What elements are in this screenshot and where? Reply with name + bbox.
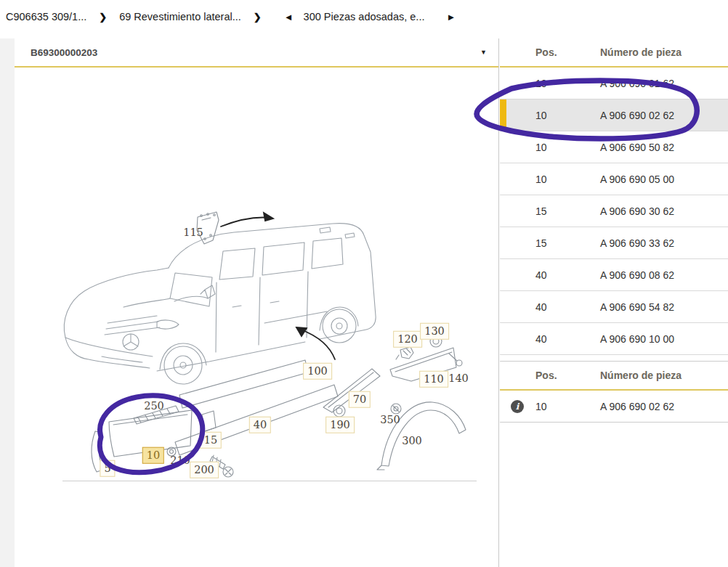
- previous-page-arrow-icon[interactable]: ◄: [284, 12, 294, 23]
- diagram-callout-40[interactable]: 40: [249, 417, 271, 433]
- selected-part-table-body: i10A 906 690 02 62: [500, 391, 728, 423]
- pos-column-header: Pos.: [535, 46, 600, 58]
- table-row[interactable]: 15A 906 690 33 62: [500, 227, 728, 259]
- part-position: 10: [535, 78, 600, 89]
- chevron-down-icon[interactable]: ▼: [480, 49, 487, 56]
- part-number: A 906 690 08 62: [600, 269, 720, 281]
- diagram-callout-10[interactable]: 10: [142, 447, 164, 464]
- diagram-panel: B69300000203 ▼: [15, 38, 498, 567]
- part-position: 40: [535, 301, 600, 313]
- breadcrumb-item-subgroup[interactable]: 300 Piezas adosadas, e...: [304, 11, 425, 23]
- part-position: 10: [535, 174, 600, 185]
- diagram-callout-70[interactable]: 70: [349, 391, 371, 408]
- part-number: A 906 690 50 82: [600, 142, 720, 153]
- diagram-callout-350[interactable]: 350: [376, 412, 404, 428]
- table-row[interactable]: 40A 906 690 54 82: [500, 291, 728, 323]
- part-position: 15: [535, 237, 600, 249]
- part-number-column-header: Número de pieza: [600, 46, 720, 58]
- part-number: A 906 690 33 62: [600, 237, 720, 249]
- table-row[interactable]: 40A 906 690 10 00: [500, 323, 728, 355]
- breadcrumb-item-model[interactable]: C906635 309/1...: [6, 11, 86, 23]
- part-position: 10: [535, 110, 600, 121]
- left-gutter: [0, 38, 15, 567]
- table-header: Pos. Número de pieza: [500, 38, 728, 68]
- breadcrumb-item-group[interactable]: 69 Revestimiento lateral...: [119, 11, 241, 23]
- diagram-callout-130[interactable]: 130: [420, 323, 449, 340]
- part-number: A 906 690 10 00: [600, 333, 720, 345]
- diagram-callout-200[interactable]: 200: [190, 462, 219, 478]
- diagram-selector[interactable]: B69300000203 ▼: [15, 38, 498, 68]
- diagram-callout-300[interactable]: 300: [398, 433, 426, 449]
- part-number: A 906 690 02 62: [600, 110, 720, 121]
- diagram-callout-140[interactable]: 140: [445, 371, 472, 386]
- diagram-callout-190[interactable]: 190: [325, 417, 355, 433]
- parts-table-body: 10A 906 690 01 6210A 906 690 02 6210A 90…: [500, 68, 728, 355]
- table-row[interactable]: 10A 906 690 50 82: [500, 131, 728, 163]
- table-row[interactable]: i10A 906 690 02 62: [500, 391, 728, 423]
- part-number: A 906 690 01 62: [600, 78, 720, 89]
- breadcrumb: C906635 309/1... ❯ 69 Revestimiento late…: [0, 0, 728, 33]
- pos-column-header: Pos.: [535, 370, 600, 381]
- table-row[interactable]: 40A 906 690 08 62: [500, 259, 728, 291]
- diagram-callout-110[interactable]: 110: [419, 371, 448, 388]
- part-number-column-header: Número de pieza: [600, 370, 720, 381]
- diagram-callout-250[interactable]: 250: [140, 399, 168, 414]
- diagram-id: B69300000203: [31, 47, 97, 58]
- part-number: A 906 690 54 82: [600, 301, 720, 313]
- part-number: A 906 690 02 62: [600, 401, 720, 412]
- diagram-callout-15[interactable]: 15: [200, 432, 222, 449]
- diagram-callout-120[interactable]: 120: [393, 331, 422, 348]
- part-position: 10: [535, 142, 600, 153]
- table-row[interactable]: 10A 906 690 02 62: [500, 99, 728, 131]
- table-row[interactable]: 10A 906 690 01 62: [500, 68, 728, 99]
- part-position: 40: [535, 269, 600, 281]
- chevron-right-icon: ❯: [254, 12, 262, 23]
- part-position: 40: [535, 333, 600, 345]
- diagram-callout-100[interactable]: 100: [303, 363, 332, 380]
- table-row[interactable]: 10A 906 690 05 00: [500, 163, 728, 195]
- part-position: 10: [535, 401, 600, 412]
- selected-part-table: Pos. Número de pieza i10A 906 690 02 62: [500, 361, 728, 423]
- info-icon[interactable]: i: [511, 400, 524, 413]
- diagram-callout-115[interactable]: 115: [179, 225, 207, 240]
- parts-table-panel: Pos. Número de pieza 10A 906 690 01 6210…: [500, 38, 728, 567]
- chevron-right-icon: ❯: [99, 12, 107, 23]
- part-number: A 906 690 30 62: [600, 205, 720, 217]
- table-header: Pos. Número de pieza: [500, 362, 728, 391]
- next-page-arrow-icon[interactable]: ►: [446, 12, 456, 23]
- direction-arrows: [221, 213, 335, 359]
- table-row[interactable]: 15A 906 690 30 62: [500, 195, 728, 227]
- diagram-baseline: [62, 481, 477, 481]
- diagram-canvas: 1151002504015102102005701901201301101403…: [15, 68, 498, 538]
- diagram-callout-5[interactable]: 5: [100, 460, 115, 477]
- panel-divider: [498, 38, 499, 567]
- van-illustration: [15, 68, 498, 538]
- selection-marker: [500, 99, 506, 131]
- main-content: B69300000203 ▼: [0, 33, 728, 567]
- part-number: A 906 690 05 00: [600, 174, 720, 185]
- part-position: 15: [535, 205, 600, 217]
